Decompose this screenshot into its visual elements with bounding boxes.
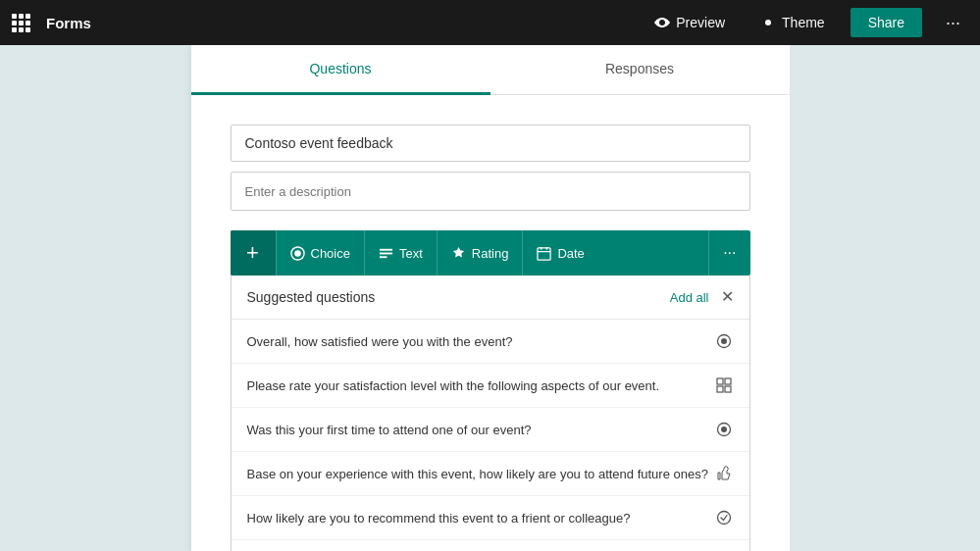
svg-point-15 — [717, 512, 730, 525]
choice-type-button[interactable]: Choice — [276, 230, 364, 276]
svg-rect-6 — [538, 247, 550, 259]
date-icon — [537, 246, 551, 261]
suggested-header: Suggested questions Add all ✕ — [232, 276, 749, 320]
tabs-bar: Questions Responses — [191, 45, 790, 95]
more-types-icon: ··· — [723, 244, 736, 261]
svg-rect-5 — [380, 256, 387, 258]
svg-point-0 — [765, 20, 771, 25]
suggested-title: Suggested questions — [247, 289, 376, 305]
add-question-button[interactable]: + — [231, 230, 276, 276]
text-icon — [379, 246, 393, 261]
app-launcher-icon[interactable] — [12, 14, 30, 32]
more-options-button[interactable]: ··· — [938, 9, 968, 37]
bg-right — [790, 45, 981, 551]
svg-point-14 — [721, 426, 727, 432]
svg-rect-9 — [717, 378, 723, 384]
theme-icon — [760, 15, 776, 30]
main-content: Questions Responses + Choice — [0, 45, 980, 551]
form-title-input[interactable] — [231, 125, 750, 162]
suggested-item[interactable]: Overall, how satisfied were you with the… — [232, 320, 749, 364]
theme-button[interactable]: Theme — [750, 9, 835, 36]
suggested-item[interactable]: Do you have any suggestions for us to im… — [232, 540, 749, 551]
preview-icon — [654, 15, 670, 30]
suggested-item[interactable]: Base on your experience with this event,… — [232, 452, 749, 496]
more-icon: ··· — [946, 13, 960, 33]
form-description-input[interactable] — [231, 172, 750, 211]
svg-rect-4 — [380, 252, 392, 254]
grid-icon — [714, 376, 734, 395]
svg-point-8 — [721, 338, 727, 344]
thumbsup-icon — [714, 464, 734, 483]
suggested-item[interactable]: How likely are you to recommend this eve… — [232, 496, 749, 540]
suggested-panel: Suggested questions Add all ✕ Overall, h… — [231, 276, 750, 551]
app-name: Forms — [46, 15, 91, 31]
form-content: + Choice Text Rating — [191, 95, 790, 551]
close-suggested-button[interactable]: ✕ — [721, 289, 734, 305]
circle-check-icon — [714, 508, 734, 527]
rating-type-button[interactable]: Rating — [437, 230, 523, 276]
suggested-item[interactable]: Please rate your satisfaction level with… — [232, 364, 749, 408]
tab-responses[interactable]: Responses — [490, 45, 790, 95]
form-panel: Questions Responses + Choice — [191, 45, 790, 551]
svg-rect-3 — [380, 248, 392, 250]
bg-left — [0, 45, 191, 551]
close-icon: ✕ — [721, 288, 734, 305]
text-type-button[interactable]: Text — [364, 230, 437, 276]
svg-rect-10 — [725, 378, 731, 384]
question-type-toolbar: + Choice Text Rating — [231, 230, 750, 276]
radio-icon-2 — [714, 420, 734, 439]
more-types-button[interactable]: ··· — [708, 230, 749, 276]
date-type-button[interactable]: Date — [522, 230, 597, 276]
rating-icon — [451, 246, 466, 261]
tab-questions[interactable]: Questions — [191, 45, 490, 95]
suggested-actions: Add all ✕ — [670, 289, 734, 305]
choice-icon — [290, 246, 305, 261]
svg-rect-11 — [717, 386, 723, 392]
radio-icon — [714, 331, 734, 351]
svg-point-2 — [294, 250, 301, 257]
add-all-button[interactable]: Add all — [670, 290, 709, 305]
suggested-item[interactable]: Was this your first time to attend one o… — [232, 408, 749, 452]
share-button[interactable]: Share — [851, 8, 922, 37]
preview-button[interactable]: Preview — [645, 9, 735, 36]
svg-rect-12 — [725, 386, 731, 392]
top-navigation: Forms Preview Theme Share ··· — [0, 0, 980, 45]
